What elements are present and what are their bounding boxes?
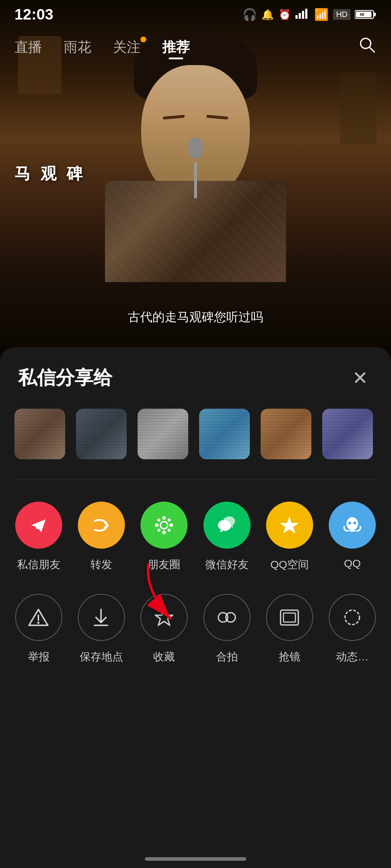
contact-item[interactable] <box>76 409 127 465</box>
panel-header: 私信分享给 ✕ <box>0 347 391 401</box>
action-collect[interactable]: 收藏 <box>133 587 196 672</box>
svg-point-18 <box>157 529 160 532</box>
contact-avatar-4 <box>199 409 250 459</box>
action-dynamic-label: 动态… <box>336 650 369 664</box>
share-panel: 私信分享给 ✕ <box>0 347 391 868</box>
share-qq-space[interactable]: QQ空间 <box>258 494 321 579</box>
tab-follow[interactable]: 关注 <box>113 38 140 56</box>
svg-rect-0 <box>295 15 298 19</box>
svg-marker-20 <box>280 516 299 533</box>
action-save[interactable]: 保存地点 <box>70 587 133 672</box>
action-buttons-row: 举报 保存地点 收藏 <box>0 587 391 672</box>
svg-point-23 <box>353 522 356 524</box>
share-moments-icon <box>140 502 188 549</box>
contact-avatar-3 <box>138 409 188 459</box>
share-wechat-label: 微信好友 <box>205 557 249 572</box>
share-qq-icon <box>329 502 376 549</box>
divider <box>14 480 377 480</box>
nav-bar: 直播 雨花 关注 推荐 <box>0 29 391 65</box>
action-save-icon <box>78 594 125 641</box>
svg-point-15 <box>169 523 173 527</box>
share-private-friend[interactable]: 私信朋友 <box>7 494 70 579</box>
action-report-label: 举报 <box>28 650 50 664</box>
contact-item[interactable] <box>138 409 188 465</box>
action-duet-label: 合拍 <box>216 650 238 664</box>
svg-point-22 <box>348 522 351 524</box>
svg-point-25 <box>37 622 39 624</box>
action-duet-icon <box>203 594 251 641</box>
action-report[interactable]: 举报 <box>7 587 70 672</box>
wifi-icon: 📶 <box>314 8 329 21</box>
share-private-icon <box>15 502 62 549</box>
share-private-label: 私信朋友 <box>17 557 60 572</box>
action-mirror[interactable]: 抢镜 <box>258 587 321 672</box>
action-collect-icon <box>140 594 188 641</box>
tab-yuhua[interactable]: 雨花 <box>64 38 91 56</box>
home-indicator <box>145 857 246 861</box>
battery-icon: 88 <box>355 9 377 20</box>
contact-item[interactable] <box>14 409 65 465</box>
action-dynamic[interactable]: 动态… <box>321 587 384 672</box>
contact-item[interactable] <box>322 409 373 465</box>
share-forward-label: 转发 <box>91 557 112 572</box>
svg-rect-3 <box>305 9 307 19</box>
svg-point-14 <box>155 523 159 527</box>
follow-dot <box>140 37 146 42</box>
search-button[interactable] <box>358 36 377 58</box>
svg-point-19 <box>168 529 171 532</box>
share-moments[interactable]: 朋友圈 <box>133 494 196 579</box>
share-forward-icon <box>78 502 125 549</box>
svg-rect-1 <box>299 13 301 19</box>
action-dynamic-icon <box>329 594 376 641</box>
video-text-left: 马 观 碑 <box>14 163 85 184</box>
status-icons: 🎧 🔔 ⏰ 📶 HD 88 <box>243 8 377 21</box>
contact-list <box>0 401 391 480</box>
svg-point-10 <box>36 526 39 529</box>
share-wechat[interactable]: 微信好友 <box>196 494 258 579</box>
svg-line-9 <box>369 47 374 52</box>
notification-icon: 🔔 <box>261 9 274 21</box>
nav-tabs: 直播 雨花 关注 推荐 <box>14 38 190 56</box>
svg-point-16 <box>157 519 160 522</box>
share-qq-space-icon <box>266 502 313 549</box>
svg-marker-28 <box>155 609 173 625</box>
share-forward[interactable]: 转发 <box>70 494 133 579</box>
svg-rect-2 <box>302 11 304 19</box>
contact-item[interactable] <box>261 409 311 465</box>
share-moments-label: 朋友圈 <box>148 557 180 572</box>
contact-avatar-5 <box>261 409 311 459</box>
tab-live[interactable]: 直播 <box>14 38 42 56</box>
svg-point-13 <box>162 531 166 534</box>
svg-point-12 <box>162 516 166 520</box>
status-time: 12:03 <box>14 6 53 23</box>
svg-point-33 <box>345 610 360 625</box>
action-report-icon <box>15 594 62 641</box>
action-save-label: 保存地点 <box>80 650 123 664</box>
contact-avatar-6 <box>322 409 373 459</box>
panel-close-button[interactable]: ✕ <box>348 365 373 391</box>
alarm-icon: ⏰ <box>278 9 291 21</box>
svg-point-21 <box>346 517 358 530</box>
action-duet[interactable]: 合拍 <box>196 587 258 672</box>
svg-text:88: 88 <box>360 12 364 17</box>
contact-avatar-2 <box>76 409 127 459</box>
svg-rect-32 <box>283 613 295 622</box>
contact-item[interactable] <box>199 409 250 465</box>
action-mirror-icon <box>266 594 313 641</box>
panel-title: 私信分享给 <box>18 365 112 391</box>
action-collect-label: 收藏 <box>153 650 175 664</box>
contact-avatar-1 <box>14 409 65 459</box>
share-buttons-row: 私信朋友 转发 <box>0 494 391 579</box>
headphone-icon: 🎧 <box>243 8 257 21</box>
tab-recommend[interactable]: 推荐 <box>162 38 190 56</box>
share-wechat-icon <box>203 502 251 549</box>
share-qq-space-label: QQ空间 <box>270 557 309 572</box>
action-mirror-label: 抢镜 <box>279 650 300 664</box>
status-bar: 12:03 🎧 🔔 ⏰ 📶 HD 88 <box>0 0 391 29</box>
subtitle: 古代的走马观碑您听过吗 <box>0 309 391 326</box>
svg-point-11 <box>160 522 168 529</box>
svg-rect-5 <box>374 13 376 16</box>
share-qq[interactable]: QQ <box>321 494 384 579</box>
share-qq-label: QQ <box>344 557 361 570</box>
hd-badge: HD <box>333 9 350 20</box>
